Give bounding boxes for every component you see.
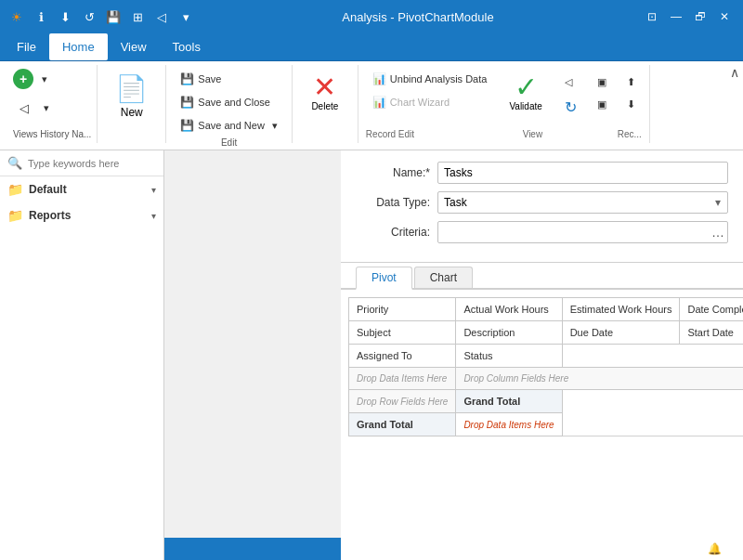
field-start-date[interactable]: Start Date (680, 321, 743, 345)
field-subject[interactable]: Subject (349, 321, 456, 345)
drop-data-items-bottom[interactable]: Drop Data Items Here (456, 413, 562, 436)
refresh-icon2[interactable]: ↺ (80, 7, 98, 26)
back-icon[interactable]: ◁ (152, 7, 171, 26)
refresh-record-button[interactable]: ↻ (558, 95, 583, 120)
pivot-fields-row3: Assigned To Status (349, 345, 744, 368)
notification-count: 0 (725, 542, 732, 555)
unbind-icon: 📊 (372, 72, 386, 85)
up-button[interactable]: ⬆ (620, 72, 642, 92)
add-new-button[interactable]: + (13, 69, 33, 89)
close-button[interactable]: ✕ (713, 6, 736, 28)
search-box: 🔍 (0, 150, 163, 176)
save-close-icon: 💾 (180, 96, 194, 109)
sidebar-item-reports[interactable]: 📁 Reports ▾ (0, 202, 163, 228)
search-icon: 🔍 (7, 156, 22, 170)
tab-bar: Pivot Chart (341, 263, 743, 290)
save-button[interactable]: 💾 Save (174, 69, 284, 89)
criteria-wrapper: … (437, 221, 728, 243)
sidebar-item-default[interactable]: 📁 Default ▾ (0, 176, 163, 202)
drop-data-items-zone[interactable]: Drop Data Items Here (349, 368, 456, 390)
bell-icon: 🔔 (708, 542, 722, 555)
save-icon2: 💾 (180, 72, 194, 85)
maximize-button[interactable]: 🗗 (689, 6, 711, 28)
criteria-label: Criteria: (356, 226, 430, 239)
validate-button[interactable]: ✓ Validate (501, 69, 550, 116)
menu-view[interactable]: View (108, 33, 160, 60)
field-date-completed[interactable]: Date Completed (680, 298, 743, 321)
down-button[interactable]: ⬇ (620, 95, 642, 114)
grid-view-button[interactable]: ▣ (591, 72, 613, 92)
name-row: Name:* (356, 162, 728, 184)
grand-total-cell[interactable]: Grand Total (456, 390, 562, 413)
new-button[interactable]: 📄 New (105, 69, 158, 124)
bottom-row: Grand Total Drop Data Items Here (349, 413, 744, 436)
restore-icon[interactable]: ⊡ (641, 6, 663, 28)
field-description[interactable]: Description (456, 321, 562, 345)
chevron-down-icon-default: ▾ (151, 185, 156, 195)
menu-home[interactable]: Home (49, 33, 108, 60)
datatype-select[interactable]: Task Activity Contact Lead (437, 191, 728, 214)
grand-total-left[interactable]: Grand Total (349, 413, 456, 436)
field-actual-work-hours[interactable]: Actual Work Hours (456, 298, 562, 321)
minimize-button[interactable]: — (665, 6, 687, 28)
drop-column-fields-zone[interactable]: Drop Column Fields Here (456, 368, 743, 390)
field-status[interactable]: Status (456, 345, 562, 368)
spacer2 (323, 129, 326, 139)
datatype-select-wrapper: Task Activity Contact Lead ▾ (437, 191, 728, 214)
menu-file[interactable]: File (4, 33, 49, 60)
save-new-label: Save and New (198, 120, 265, 131)
chart-wizard-button[interactable]: 📊 Chart Wizard (366, 92, 494, 112)
info-icon[interactable]: ℹ (32, 7, 50, 26)
name-input[interactable] (437, 162, 728, 184)
chevron-down-icon-reports: ▾ (151, 211, 156, 221)
validate-label: Validate (509, 101, 541, 111)
view-label: View (523, 129, 543, 139)
unbind-analysis-button[interactable]: 📊 Unbind Analysis Data (366, 69, 494, 89)
save-new-dropdown[interactable]: ▾ (272, 120, 278, 132)
delete-label: Delete (311, 101, 338, 111)
save-icon[interactable]: 💾 (104, 7, 123, 26)
field-due-date[interactable]: Due Date (562, 321, 680, 345)
default-label: Default (29, 183, 146, 196)
ribbon-collapse-button[interactable]: ∧ (730, 65, 739, 80)
tab-pivot[interactable]: Pivot (356, 267, 412, 290)
drop-row-fields-zone[interactable]: Drop Row Fields Here (349, 390, 456, 413)
dropdown-icon[interactable]: ▾ (176, 7, 195, 26)
field-priority[interactable]: Priority (349, 298, 456, 321)
title-bar: ☀ ℹ ⬇ ↺ 💾 ⊞ ◁ ▾ Analysis - PivotChartMod… (0, 0, 743, 33)
title-bar-icons: ☀ ℹ ⬇ ↺ 💾 ⊞ ◁ ▾ (7, 7, 195, 26)
grid-icon[interactable]: ⊞ (128, 7, 147, 26)
drop-row: Drop Data Items Here Drop Column Fields … (349, 368, 744, 390)
chart-wizard-label: Chart Wizard (390, 97, 450, 108)
main-area: 🔍 📁 Default ▾ 📁 Reports ▾ Name:* Data Ty… (0, 150, 743, 538)
ribbon: + ▾ ◁ ▾ Views History Na... 📄 New 💾 Save… (0, 61, 743, 150)
record-edit-label: Record Edit (366, 129, 414, 139)
datatype-label: Data Type: (356, 196, 430, 209)
detail-view-button[interactable]: ▣ (591, 95, 613, 114)
tab-chart[interactable]: Chart (414, 267, 473, 288)
criteria-more-button[interactable]: … (711, 225, 724, 240)
add-dropdown-button[interactable]: ▾ (37, 71, 52, 88)
name-label: Name:* (356, 166, 430, 179)
edit-label: Edit (174, 137, 284, 148)
folder-icon-default: 📁 (7, 182, 23, 197)
new-document-icon: 📄 (115, 73, 148, 104)
criteria-input[interactable] (437, 221, 728, 243)
back-arrow-button[interactable]: ◁ (558, 72, 583, 92)
save-new-button[interactable]: 💾 Save and New ▾ (174, 115, 284, 136)
field-estimated-work-hours[interactable]: Estimated Work Hours (562, 298, 680, 321)
validate-icon: ✓ (515, 73, 538, 101)
download-icon[interactable]: ⬇ (56, 7, 74, 26)
nav-dropdown-button[interactable]: ▾ (39, 99, 54, 117)
search-input[interactable] (28, 158, 156, 169)
back-nav-button[interactable]: ◁ (13, 98, 35, 118)
datatype-row: Data Type: Task Activity Contact Lead ▾ (356, 191, 728, 214)
rec-label: Rec... (618, 129, 642, 139)
save-close-label: Save and Close (198, 97, 270, 108)
delete-button[interactable]: ✕ Delete (302, 69, 348, 116)
main-content: Name:* Data Type: Task Activity Contact … (341, 150, 743, 560)
save-close-button[interactable]: 💾 Save and Close (174, 92, 284, 112)
field-assigned-to[interactable]: Assigned To (349, 345, 456, 368)
sun-icon[interactable]: ☀ (7, 7, 26, 26)
menu-tools[interactable]: Tools (160, 33, 214, 60)
